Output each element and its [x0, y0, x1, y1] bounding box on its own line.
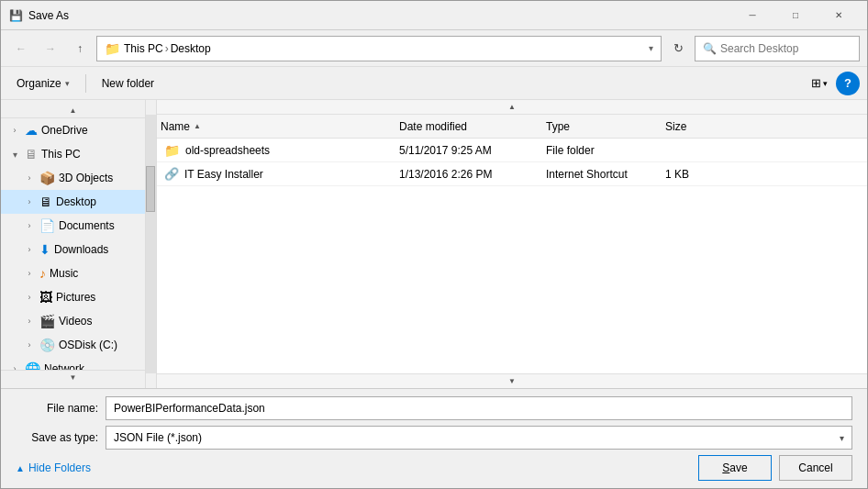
- expand-icon: ›: [23, 291, 36, 304]
- table-row[interactable]: 📁 old-spreadsheets 5/11/2017 9:25 AM Fil…: [157, 139, 867, 162]
- close-button[interactable]: ✕: [818, 1, 860, 30]
- folder-icon: 📁: [164, 143, 180, 158]
- search-box[interactable]: 🔍: [695, 36, 860, 61]
- expand-icon: ›: [23, 267, 36, 280]
- music-icon: ♪: [39, 266, 46, 281]
- hide-folders-button[interactable]: ▲ Hide Folders: [16, 461, 91, 474]
- filename-input[interactable]: [106, 396, 852, 420]
- sidebar-item-desktop[interactable]: › 🖥 Desktop: [1, 190, 145, 214]
- scroll-thumb: [146, 166, 155, 212]
- pictures-icon: 🖼: [39, 290, 52, 305]
- filelist-header: Name ▲ Date modified Type Size: [157, 115, 867, 139]
- sidebar-item-3dobjects[interactable]: › 📦 3D Objects: [1, 166, 145, 190]
- onedrive-icon: ☁: [25, 123, 38, 138]
- expand-icon: ▾: [8, 148, 21, 161]
- column-name[interactable]: Name ▲: [157, 115, 395, 138]
- filename-row: File name:: [16, 396, 852, 420]
- file-size: 1 KB: [662, 168, 735, 181]
- expand-icon: ›: [8, 124, 21, 137]
- expand-icon: ›: [23, 339, 36, 351]
- sort-icon: ▲: [194, 122, 201, 130]
- maximize-button[interactable]: □: [774, 1, 817, 30]
- minimize-button[interactable]: ─: [731, 1, 773, 30]
- addressbar: ← → ↑ 📁 This PC › Desktop ▾ ↻ 🔍: [1, 30, 867, 67]
- sidebar-item-downloads[interactable]: › ⬇ Downloads: [1, 238, 145, 261]
- file-name-cell: 🔗 IT Easy Installer: [157, 167, 395, 181]
- help-icon: ?: [844, 76, 851, 90]
- sidebar-item-network[interactable]: › 🌐 Network: [1, 357, 145, 370]
- sidebar-label-onedrive: OneDrive: [41, 124, 88, 137]
- this-pc-crumb: This PC: [124, 42, 163, 55]
- sidebar-item-onedrive[interactable]: › ☁ OneDrive: [1, 118, 145, 142]
- sidebar-label-3dobjects: 3D Objects: [59, 172, 113, 184]
- folder-icon: 📁: [105, 41, 120, 56]
- desktop-icon: 🖥: [39, 194, 52, 209]
- expand-icon: ›: [23, 195, 36, 208]
- column-date[interactable]: Date modified: [395, 115, 542, 138]
- organize-label: Organize: [17, 77, 61, 90]
- filetype-select[interactable]: JSON File (*.json) ▾: [106, 426, 852, 450]
- sidebar-item-videos[interactable]: › 🎬 Videos: [1, 309, 145, 333]
- filelist-scroll-down[interactable]: ▼: [157, 373, 867, 388]
- sidebar-item-pictures[interactable]: › 🖼 Pictures: [1, 285, 145, 309]
- sidebar: ▲ › ☁ OneDrive ▾ 🖥 This PC ›: [1, 100, 146, 388]
- view-button[interactable]: ⊞ ▾: [807, 72, 832, 95]
- forward-button[interactable]: →: [38, 36, 63, 61]
- search-input[interactable]: [720, 42, 851, 55]
- sidebar-scroll-down[interactable]: ▼: [1, 370, 145, 384]
- refresh-icon: ↻: [673, 41, 684, 55]
- action-buttons: Save Cancel: [698, 455, 852, 481]
- main-content: ▲ › ☁ OneDrive ▾ 🖥 This PC ›: [1, 100, 867, 388]
- expand-icon: ›: [23, 315, 36, 328]
- file-name: IT Easy Installer: [184, 168, 263, 181]
- address-chevron-icon: ▾: [649, 43, 653, 53]
- cancel-button[interactable]: Cancel: [779, 455, 852, 481]
- titlebar-icon: 💾: [8, 8, 23, 23]
- file-type: Internet Shortcut: [542, 168, 662, 181]
- sidebar-label-downloads: Downloads: [54, 243, 108, 256]
- toolbar-separator: [85, 74, 86, 93]
- expand-icon: ›: [23, 219, 36, 232]
- organize-button[interactable]: Organize ▾: [8, 72, 78, 95]
- new-folder-label: New folder: [102, 77, 154, 90]
- osdisk-icon: 💿: [39, 338, 55, 352]
- videos-icon: 🎬: [39, 314, 55, 328]
- expand-icon: ›: [8, 362, 21, 370]
- bottom-section: File name: Save as type: JSON File (*.js…: [1, 388, 867, 488]
- column-size[interactable]: Size: [662, 115, 735, 138]
- column-type[interactable]: Type: [542, 115, 662, 138]
- filelist-empty-space: [157, 186, 867, 373]
- filetype-label: Save as type:: [16, 431, 98, 444]
- back-button[interactable]: ←: [8, 36, 34, 61]
- hide-folders-label: Hide Folders: [28, 461, 91, 474]
- file-date: 5/11/2017 9:25 AM: [395, 144, 542, 157]
- thispc-icon: 🖥: [25, 147, 38, 161]
- sidebar-label-osdisk: OSDisk (C:): [59, 339, 117, 351]
- 3dobjects-icon: 📦: [39, 171, 55, 185]
- sidebar-item-osdisk[interactable]: › 💿 OSDisk (C:): [1, 333, 145, 357]
- sidebar-item-documents[interactable]: › 📄 Documents: [1, 214, 145, 238]
- filetype-value: JSON File (*.json): [114, 431, 202, 444]
- cancel-label: Cancel: [798, 461, 832, 474]
- table-row[interactable]: 🔗 IT Easy Installer 1/13/2016 2:26 PM In…: [157, 162, 867, 186]
- documents-icon: 📄: [39, 218, 55, 233]
- sidebar-scroll-up[interactable]: ▲: [1, 104, 145, 118]
- refresh-button[interactable]: ↻: [665, 36, 691, 61]
- address-box[interactable]: 📁 This PC › Desktop ▾: [96, 36, 662, 61]
- file-name: old-spreadsheets: [185, 144, 270, 157]
- new-folder-button[interactable]: New folder: [94, 72, 162, 95]
- sidebar-scrollbar: [146, 100, 157, 388]
- sidebar-item-music[interactable]: › ♪ Music: [1, 261, 145, 285]
- up-button[interactable]: ↑: [67, 36, 93, 61]
- file-type: File folder: [542, 144, 662, 157]
- help-button[interactable]: ?: [836, 72, 860, 95]
- sidebar-label-thispc: This PC: [41, 148, 81, 161]
- sidebar-item-thispc[interactable]: ▾ 🖥 This PC: [1, 142, 145, 166]
- save-label: Save: [722, 461, 747, 474]
- view-chevron-icon: ▾: [823, 79, 828, 88]
- current-folder-crumb: Desktop: [171, 42, 211, 55]
- sidebar-label-desktop: Desktop: [56, 195, 96, 208]
- filelist-scroll-up[interactable]: ▲: [157, 100, 867, 115]
- save-button[interactable]: Save: [698, 455, 772, 481]
- expand-icon: ›: [23, 172, 36, 184]
